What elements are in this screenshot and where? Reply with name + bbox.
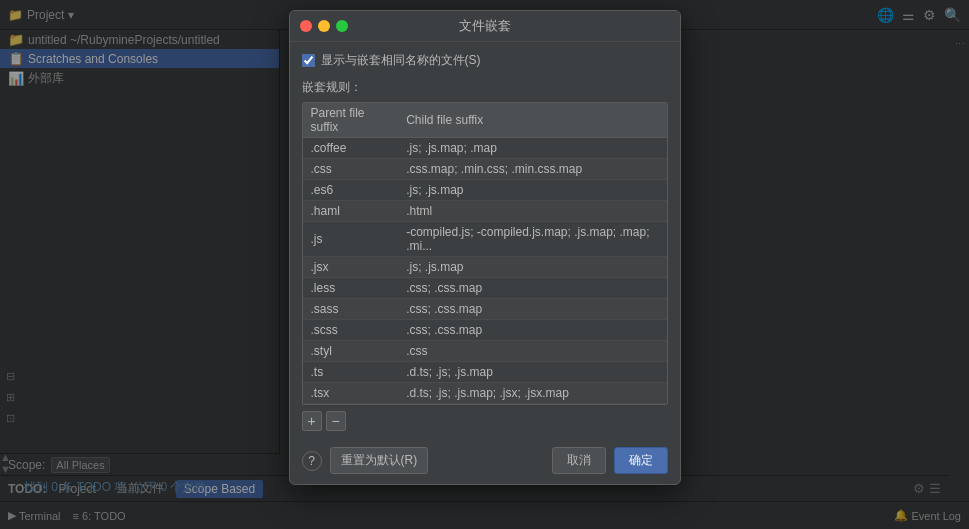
add-rule-button[interactable]: + <box>302 411 322 431</box>
show-same-name-checkbox[interactable] <box>302 54 315 67</box>
dialog-footer: ? 重置为默认(R) 取消 确定 <box>290 441 680 484</box>
parent-suffix-cell: .coffee <box>303 138 399 159</box>
col-parent: Parent file suffix <box>303 103 399 138</box>
traffic-lights <box>300 20 348 32</box>
child-suffix-cell: .css; .css.map <box>398 278 666 299</box>
dialog-body: 显示与嵌套相同名称的文件(S) 嵌套规则： Parent file suffix… <box>290 42 680 441</box>
child-suffix-cell: .html <box>398 201 666 222</box>
parent-suffix-cell: .es6 <box>303 180 399 201</box>
minimize-button[interactable] <box>318 20 330 32</box>
add-remove-row: + − <box>302 411 668 431</box>
table-row[interactable]: .sass.css; .css.map <box>303 299 667 320</box>
table-row[interactable]: .less.css; .css.map <box>303 278 667 299</box>
child-suffix-cell: .js; .js.map <box>398 257 666 278</box>
parent-suffix-cell: .scss <box>303 320 399 341</box>
table-row[interactable]: .js-compiled.js; -compiled.js.map; .js.m… <box>303 222 667 257</box>
nesting-rules-label: 嵌套规则： <box>302 79 668 96</box>
child-suffix-cell: -compiled.js; -compiled.js.map; .js.map;… <box>398 222 666 257</box>
help-button[interactable]: ? <box>302 451 322 471</box>
table-row[interactable]: .coffee.js; .js.map; .map <box>303 138 667 159</box>
child-suffix-cell: .js; .js.map <box>398 180 666 201</box>
table-row[interactable]: .haml.html <box>303 201 667 222</box>
col-child: Child file suffix <box>398 103 666 138</box>
cancel-button[interactable]: 取消 <box>552 447 606 474</box>
child-suffix-cell: .d.ts; .js; .js.map; .jsx; .jsx.map <box>398 383 666 404</box>
table-row[interactable]: .scss.css; .css.map <box>303 320 667 341</box>
child-suffix-cell: .css; .css.map <box>398 299 666 320</box>
parent-suffix-cell: .ts <box>303 362 399 383</box>
table-row[interactable]: .styl.css <box>303 341 667 362</box>
rules-table: Parent file suffix Child file suffix .co… <box>303 103 667 404</box>
parent-suffix-cell: .less <box>303 278 399 299</box>
dialog-titlebar: 文件嵌套 <box>290 11 680 42</box>
ide-background: 📁 Project ▾ 🌐 ⚌ ⚙ 🔍 📁 untitled ~/Rubymin… <box>0 0 969 529</box>
table-row[interactable]: .jsx.js; .js.map <box>303 257 667 278</box>
table-row[interactable]: .es6.js; .js.map <box>303 180 667 201</box>
parent-suffix-cell: .css <box>303 159 399 180</box>
rules-table-container[interactable]: Parent file suffix Child file suffix .co… <box>302 102 668 405</box>
show-same-name-row: 显示与嵌套相同名称的文件(S) <box>302 52 668 69</box>
dialog-overlay: 文件嵌套 显示与嵌套相同名称的文件(S) 嵌套规则： Parent fil <box>0 0 969 529</box>
table-row[interactable]: .tsx.d.ts; .js; .js.map; .jsx; .jsx.map <box>303 383 667 404</box>
parent-suffix-cell: .sass <box>303 299 399 320</box>
close-button[interactable] <box>300 20 312 32</box>
child-suffix-cell: .css.map; .min.css; .min.css.map <box>398 159 666 180</box>
dialog-title: 文件嵌套 <box>459 17 511 35</box>
reset-button[interactable]: 重置为默认(R) <box>330 447 429 474</box>
child-suffix-cell: .css; .css.map <box>398 320 666 341</box>
maximize-button[interactable] <box>336 20 348 32</box>
parent-suffix-cell: .haml <box>303 201 399 222</box>
file-nesting-dialog: 文件嵌套 显示与嵌套相同名称的文件(S) 嵌套规则： Parent fil <box>289 10 681 485</box>
remove-rule-button[interactable]: − <box>326 411 346 431</box>
parent-suffix-cell: .styl <box>303 341 399 362</box>
table-row[interactable]: .css.css.map; .min.css; .min.css.map <box>303 159 667 180</box>
parent-suffix-cell: .jsx <box>303 257 399 278</box>
parent-suffix-cell: .js <box>303 222 399 257</box>
child-suffix-cell: .js; .js.map; .map <box>398 138 666 159</box>
ok-button[interactable]: 确定 <box>614 447 668 474</box>
child-suffix-cell: .css <box>398 341 666 362</box>
show-same-name-label: 显示与嵌套相同名称的文件(S) <box>321 52 481 69</box>
parent-suffix-cell: .tsx <box>303 383 399 404</box>
table-row[interactable]: .ts.d.ts; .js; .js.map <box>303 362 667 383</box>
child-suffix-cell: .d.ts; .js; .js.map <box>398 362 666 383</box>
